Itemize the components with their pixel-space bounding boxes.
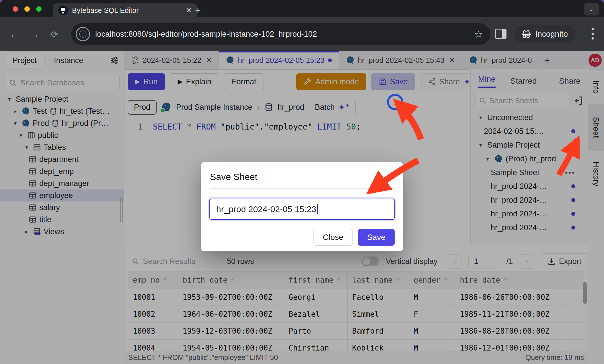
tab-project[interactable]: Project (5, 53, 44, 68)
sort-icon[interactable] (443, 277, 450, 284)
tab-search-chevron-icon[interactable]: ⌄ (584, 3, 599, 15)
sort-icon[interactable] (395, 277, 402, 284)
caret-right-icon[interactable]: ▸ (11, 108, 19, 115)
format-button[interactable]: Format (224, 73, 264, 90)
sheet-unconnected-1[interactable]: 2024-02-05 15:… (471, 124, 588, 138)
database-name[interactable]: hr_prod (278, 103, 304, 112)
worksheet-tab-3[interactable]: hr_prod 2024-0 (462, 51, 539, 69)
browser-tab[interactable]: Bytebase SQL Editor ✕ (53, 3, 197, 17)
column-header-last_name[interactable]: last_name (347, 271, 409, 289)
sort-icon[interactable] (163, 277, 169, 284)
tab-instance[interactable]: Instance (46, 53, 91, 68)
table-row[interactable]: 100031959-12-03T00:00:00ZPartoBamfordM19… (128, 323, 584, 340)
sort-icon[interactable] (336, 277, 343, 284)
page-input[interactable]: 1 (468, 254, 499, 269)
sheet-hr_prod-2[interactable]: hr_prod 2024-… (471, 193, 588, 207)
save-button[interactable]: Save (371, 73, 415, 90)
dialog-save-button[interactable]: Save (358, 229, 395, 246)
tree-item-table-dept_manager[interactable]: dept_manager (0, 177, 124, 189)
column-header-emp_no[interactable]: emp_no (128, 271, 178, 289)
tree-item-table-department[interactable]: department (0, 153, 124, 165)
tree-item-views[interactable]: ▸Views (0, 226, 124, 238)
column-header-birth_date[interactable]: birth_date (178, 271, 284, 289)
back-icon[interactable]: ← (9, 29, 20, 40)
column-header-first_name[interactable]: first_name (284, 271, 348, 289)
sheet-name-input[interactable]: hr_prod 2024-02-05 15:23 (209, 199, 395, 220)
browser-tab-close-icon[interactable]: ✕ (186, 6, 192, 15)
sheet-hr_prod-3[interactable]: hr_prod 2024-… (471, 207, 588, 221)
table-row[interactable]: 100041954-05-01T00:00:00ZChirstianKoblic… (128, 340, 584, 351)
bookmark-star-icon[interactable]: ☆ (474, 28, 483, 40)
filter-sliders-icon[interactable] (110, 56, 119, 65)
rail-tab-history[interactable]: History (588, 151, 604, 197)
tree-item-sample-project[interactable]: ▾Sample Project (0, 93, 124, 105)
instance-name[interactable]: Prod Sample Instance (176, 103, 252, 112)
sheet-hr_prod-4[interactable]: hr_prod 2024-… (471, 221, 588, 234)
prev-page-button[interactable]: ‹ (447, 254, 461, 269)
forward-icon[interactable]: → (29, 29, 40, 40)
vertical-display-toggle[interactable] (362, 257, 379, 266)
explain-button[interactable]: ▶Explain (170, 73, 219, 90)
sidebar-resize-handle[interactable] (120, 198, 123, 222)
batch-button[interactable]: Batch✦✦ (309, 100, 356, 115)
search-sheets-input[interactable]: Search Sheets (475, 93, 569, 108)
new-tab-button[interactable]: + (195, 5, 201, 15)
browser-menu-icon[interactable]: ••• (591, 27, 594, 41)
tree-item-table-dept_emp[interactable]: dept_emp (0, 165, 124, 177)
group-sample-project[interactable]: ▾Sample Project (471, 138, 588, 152)
new-worksheet-button[interactable]: + (539, 51, 555, 69)
sheet-panel-tab-mine[interactable]: Mine (478, 75, 496, 88)
caret-right-icon[interactable]: ▸ (23, 228, 30, 235)
table-row[interactable]: 100021964-06-02T00:00:00ZBezalelSimmelF1… (128, 306, 584, 323)
caret-down-icon[interactable]: ▾ (23, 144, 30, 151)
worksheet-tab-1[interactable]: hr_prod 2024-02-05 15:23 (219, 51, 339, 69)
caret-down-icon[interactable]: ▾ (11, 120, 19, 127)
close-tab-icon[interactable]: ✕ (449, 56, 455, 64)
window-minimize-button[interactable] (24, 6, 30, 12)
next-page-button[interactable]: › (520, 254, 534, 269)
run-button[interactable]: ▶Run (128, 73, 165, 90)
side-panel-icon[interactable] (495, 29, 506, 39)
column-header-hire_date[interactable]: hire_date (455, 271, 562, 289)
results-table[interactable]: emp_nobirth_datefirst_namelast_namegende… (128, 271, 584, 351)
tree-item-table-salary[interactable]: salary (0, 201, 124, 214)
sheet-sample-sheet[interactable]: Sample Sheet••• (471, 166, 588, 179)
dialog-close-icon[interactable]: ✕ (386, 172, 393, 183)
export-button[interactable]: Export (541, 253, 588, 269)
dialog-close-button[interactable]: Close (313, 229, 353, 246)
search-databases-input[interactable]: Search Databases (5, 75, 120, 91)
sheet-panel-tab-share[interactable]: Share (559, 77, 580, 86)
rail-tab-info[interactable]: Info (588, 69, 604, 104)
caret-down-icon[interactable]: ▾ (477, 142, 484, 148)
window-zoom-button[interactable] (36, 6, 42, 12)
close-tab-icon[interactable]: ✕ (206, 56, 212, 64)
address-bar[interactable]: ⓘ localhost:8080/sql-editor/prod-sample-… (71, 23, 490, 45)
more-actions-icon[interactable]: ••• (565, 168, 575, 177)
group-unconnected[interactable]: ▾Unconnected (471, 111, 588, 124)
tree-item-test-hr_test[interactable]: ▸Testhr_test (Test… (0, 105, 124, 117)
sort-icon[interactable] (503, 277, 509, 284)
admin-mode-button[interactable]: Admin mode (296, 73, 366, 90)
tree-item-prod-hr_prod[interactable]: ▾Prodhr_prod (Pr… (0, 117, 124, 129)
sort-icon[interactable] (230, 277, 237, 284)
environment-chip[interactable]: Prod (128, 100, 157, 115)
sheet-hr_prod-1[interactable]: hr_prod 2024-… (471, 179, 588, 193)
sheet-panel-tab-starred[interactable]: Starred (511, 77, 537, 86)
caret-down-icon[interactable]: ▾ (6, 96, 13, 103)
worksheet-tab-0[interactable]: 2024-02-05 15:22✕ (124, 51, 219, 69)
tree-item-schema-public[interactable]: ▾public (0, 129, 124, 141)
site-info-icon[interactable]: ⓘ (76, 27, 90, 41)
import-sheet-icon[interactable] (574, 96, 583, 105)
tree-item-table-title[interactable]: title (0, 214, 124, 226)
window-close-button[interactable] (13, 6, 18, 12)
column-header-gender[interactable]: gender (409, 271, 455, 289)
grid-scrollbar[interactable] (583, 282, 587, 304)
tree-item-tables[interactable]: ▾Tables (0, 141, 124, 153)
caret-down-icon[interactable]: ▾ (477, 114, 484, 121)
rail-tab-sheet[interactable]: Sheet (588, 104, 604, 151)
caret-down-icon[interactable]: ▾ (484, 155, 491, 162)
search-results-input[interactable]: Search Results (128, 254, 220, 269)
db-prod-hr_prod[interactable]: ▾(Prod) hr_prod (471, 152, 588, 166)
user-avatar[interactable]: AD (589, 54, 602, 67)
caret-down-icon[interactable]: ▾ (17, 132, 25, 139)
